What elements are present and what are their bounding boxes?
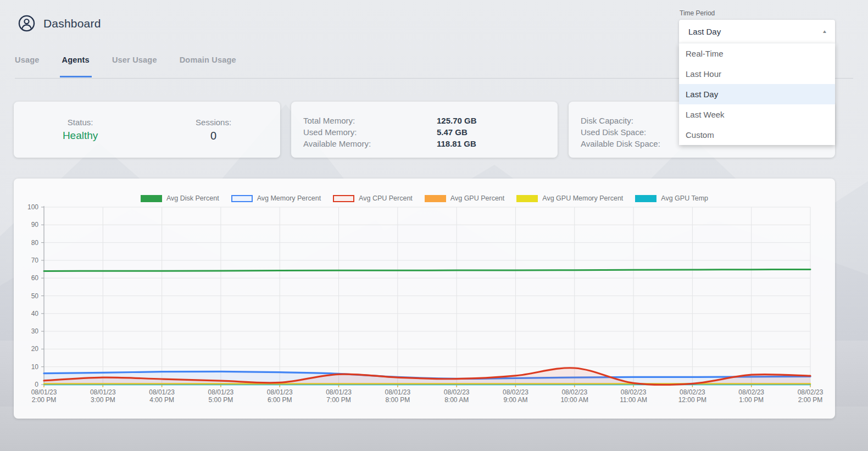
time-period-option-last-hour[interactable]: Last Hour <box>679 64 835 84</box>
svg-text:08/01/238:00 PM: 08/01/238:00 PM <box>385 388 410 404</box>
time-period-select[interactable]: Last Day ▲ <box>679 20 835 43</box>
tab-user-usage[interactable]: User Usage <box>110 55 159 77</box>
svg-text:08/02/238:00 AM: 08/02/238:00 AM <box>444 388 470 404</box>
svg-text:08/01/237:00 PM: 08/01/237:00 PM <box>326 388 352 404</box>
time-period-option-last-day[interactable]: Last Day <box>679 84 835 104</box>
tab-bar: UsageAgentsUser UsageDomain Usage <box>13 55 257 77</box>
status-label: Status: <box>63 118 98 127</box>
svg-text:90: 90 <box>31 221 39 229</box>
legend-item-avg-disk-percent[interactable]: Avg Disk Percent <box>141 194 219 202</box>
chevron-up-icon: ▲ <box>822 29 827 34</box>
memory-row: Total Memory:125.70 GB <box>303 115 558 126</box>
tab-usage[interactable]: Usage <box>13 55 42 77</box>
legend-label: Avg CPU Percent <box>359 194 413 202</box>
svg-text:08/01/235:00 PM: 08/01/235:00 PM <box>208 388 234 404</box>
svg-text:08/02/232:00 PM: 08/02/232:00 PM <box>798 388 824 404</box>
time-period-option-real-time[interactable]: Real-Time <box>679 43 835 64</box>
legend-swatch-icon <box>635 195 656 202</box>
status-block: Status: Healthy <box>63 118 98 142</box>
memory-card: Total Memory:125.70 GBUsed Memory:5.47 G… <box>291 102 558 158</box>
svg-text:08/02/2310:00 AM: 08/02/2310:00 AM <box>560 388 588 404</box>
chart-legend: Avg Disk PercentAvg Memory PercentAvg CP… <box>14 194 835 202</box>
svg-text:0: 0 <box>35 381 38 388</box>
time-period-label: Time Period <box>679 9 835 17</box>
sessions-label: Sessions: <box>196 118 231 127</box>
svg-text:08/02/2312:00 PM: 08/02/2312:00 PM <box>678 388 706 404</box>
sessions-block: Sessions: 0 <box>196 118 231 142</box>
tab-agents[interactable]: Agents <box>60 55 92 77</box>
svg-text:30: 30 <box>31 327 39 335</box>
svg-text:08/01/232:00 PM: 08/01/232:00 PM <box>31 388 57 404</box>
legend-label: Avg Disk Percent <box>166 194 219 202</box>
status-value: Healthy <box>63 130 98 142</box>
svg-text:08/01/233:00 PM: 08/01/233:00 PM <box>90 388 116 404</box>
page-title: Dashboard <box>43 17 101 30</box>
time-period-menu: Real-TimeLast HourLast DayLast WeekCusto… <box>679 43 835 145</box>
svg-text:08/02/239:00 AM: 08/02/239:00 AM <box>503 388 528 404</box>
memory-row: Used Memory:5.47 GB <box>303 126 558 138</box>
header: Dashboard <box>18 15 101 32</box>
memory-row: Available Memory:118.81 GB <box>303 138 558 149</box>
legend-swatch-icon <box>425 195 446 202</box>
legend-label: Avg Memory Percent <box>257 194 321 202</box>
usage-chart-canvas[interactable]: 010203040506070809010008/01/232:00 PM08/… <box>14 179 835 419</box>
svg-text:60: 60 <box>31 274 39 282</box>
svg-text:20: 20 <box>31 345 39 353</box>
time-period-option-custom[interactable]: Custom <box>679 125 835 145</box>
status-card: Status: Healthy Sessions: 0 <box>14 102 280 158</box>
time-period-dropdown: Time Period Last Day ▲ Real-TimeLast Hou… <box>679 9 835 145</box>
memory-row-value: 5.47 GB <box>437 126 468 138</box>
legend-label: Avg GPU Memory Percent <box>542 194 623 202</box>
svg-text:70: 70 <box>31 257 39 264</box>
legend-label: Avg GPU Percent <box>450 194 504 202</box>
svg-text:08/02/2311:00 AM: 08/02/2311:00 AM <box>620 388 647 404</box>
legend-label: Avg GPU Temp <box>661 194 708 202</box>
sessions-value: 0 <box>196 130 231 142</box>
memory-row-label: Total Memory: <box>303 115 437 126</box>
user-avatar-icon <box>18 15 35 32</box>
legend-item-avg-memory-percent[interactable]: Avg Memory Percent <box>231 194 321 202</box>
legend-item-avg-cpu-percent[interactable]: Avg CPU Percent <box>333 194 413 202</box>
legend-item-avg-gpu-percent[interactable]: Avg GPU Percent <box>425 194 504 202</box>
usage-chart-card: 010203040506070809010008/01/232:00 PM08/… <box>14 179 835 419</box>
legend-swatch-icon <box>231 195 253 202</box>
svg-text:100: 100 <box>27 203 38 211</box>
svg-text:40: 40 <box>31 310 39 318</box>
legend-item-avg-gpu-memory-percent[interactable]: Avg GPU Memory Percent <box>516 194 623 202</box>
legend-swatch-icon <box>333 195 354 202</box>
legend-item-avg-gpu-temp[interactable]: Avg GPU Temp <box>635 194 708 202</box>
time-period-option-last-week[interactable]: Last Week <box>679 104 835 125</box>
time-period-selected-value: Last Day <box>688 27 721 36</box>
svg-text:10: 10 <box>31 363 39 371</box>
svg-text:08/01/234:00 PM: 08/01/234:00 PM <box>149 388 175 404</box>
legend-swatch-icon <box>141 195 162 202</box>
legend-swatch-icon <box>516 195 538 202</box>
svg-text:08/01/236:00 PM: 08/01/236:00 PM <box>267 388 293 404</box>
memory-row-value: 118.81 GB <box>437 138 476 149</box>
memory-row-value: 125.70 GB <box>437 115 477 126</box>
svg-text:50: 50 <box>31 292 39 300</box>
memory-row-label: Used Memory: <box>303 126 437 138</box>
svg-text:08/02/231:00 PM: 08/02/231:00 PM <box>738 388 764 404</box>
memory-row-label: Available Memory: <box>303 138 437 149</box>
tab-domain-usage[interactable]: Domain Usage <box>177 55 238 77</box>
svg-text:80: 80 <box>31 239 39 247</box>
